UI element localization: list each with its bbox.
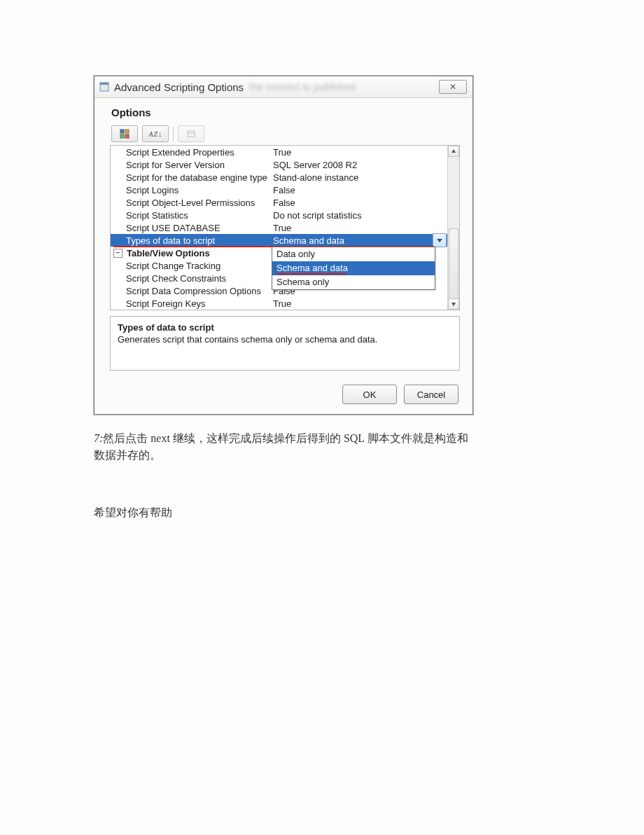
property-row[interactable]: Script Foreign KeysTrue [111,297,459,310]
window-title: Advanced Scripting Options [114,81,244,93]
close-icon: ✕ [449,82,456,92]
property-row[interactable]: Script USE DATABASETrue [111,221,459,234]
svg-marker-9 [451,149,456,153]
property-label: Script for the database engine type [126,172,273,184]
property-label: Script Logins [126,184,273,196]
property-label: Script for Server Version [126,159,273,171]
description-title: Types of data to script [118,322,452,333]
property-value: True [273,146,447,158]
scrollbar-vertical[interactable] [447,146,459,310]
dropdown-option[interactable]: Schema only [272,275,435,289]
property-pages-button[interactable] [178,125,204,142]
svg-rect-6 [188,131,195,137]
property-label: Script Object-Level Permissions [126,197,273,209]
property-value: Do not script statistics [273,209,447,221]
category-label: Table/View Options [127,248,210,258]
ok-button[interactable]: OK [342,385,397,404]
toolbar-separator [173,127,174,141]
property-value: False [273,184,447,196]
property-row[interactable]: Script for the database engine typeStand… [111,171,459,184]
svg-rect-5 [125,134,129,138]
svg-rect-2 [120,130,124,133]
cancel-button[interactable]: Cancel [404,385,458,404]
scroll-thumb[interactable] [449,228,458,305]
dropdown-option-selected[interactable]: Schema and data [272,261,435,275]
property-row[interactable]: Script for Server VersionSQL Server 2008… [111,158,459,171]
scroll-up-arrow-icon[interactable] [448,146,459,157]
property-label: Script Foreign Keys [126,298,273,310]
property-row[interactable]: Script Object-Level PermissionsFalse [111,196,459,209]
svg-marker-10 [451,303,456,306]
annotation-underline [276,273,346,275]
property-row[interactable]: Script LoginsFalse [111,184,459,196]
svg-rect-4 [120,134,124,138]
scroll-down-arrow-icon[interactable] [448,298,459,310]
property-grid: Script Extended PropertiesTrueScript for… [110,145,460,310]
options-header: Options [111,106,460,118]
property-value: Stand-alone instance [273,172,447,184]
categorized-button[interactable] [111,125,138,142]
property-value: SQL Server 2008 R2 [273,159,447,171]
property-value: True [273,222,447,234]
property-label: Script USE DATABASE [126,222,273,234]
dropdown-option[interactable]: Data only [272,247,435,261]
property-label: Types of data to script [126,235,273,247]
document-paragraph: 7:然后点击 next 继续，这样完成后续操作后得到的 SQL 脚本文件就是构造… [94,430,472,464]
property-row[interactable]: Script StatisticsDo not script statistic… [111,209,459,221]
svg-rect-3 [125,130,129,133]
property-value: Schema and data [273,235,447,247]
close-button[interactable]: ✕ [439,80,467,94]
property-description-panel: Types of data to script Generates script… [110,316,460,371]
description-text: Generates script that contains schema on… [118,334,452,345]
doc-paragraph-text: 然后点击 next 继续，这样完成后续操作后得到的 SQL 脚本文件就是构造和数… [94,432,468,461]
advanced-scripting-options-dialog: Advanced Scripting Options the connect t… [94,76,473,415]
property-value: True [273,298,447,310]
dialog-icon [99,81,110,92]
property-grid-toolbar: AZ↓ [111,125,460,142]
titlebar[interactable]: Advanced Scripting Options the connect t… [94,76,472,98]
document-closing: 希望对你有帮助 [94,506,472,520]
property-label: Script Check Constraints [126,272,273,284]
property-label: Script Extended Properties [126,146,273,158]
alphabetical-sort-button[interactable]: AZ↓ [142,125,169,142]
types-of-data-dropdown-list[interactable]: Data onlySchema and dataSchema only [272,247,435,290]
property-row[interactable]: Script Extended PropertiesTrue [111,146,459,158]
property-label: Script Data Compression Options [126,285,273,297]
property-label: Script Change Tracking [126,260,273,272]
svg-rect-1 [100,83,108,85]
svg-marker-8 [437,239,442,242]
property-label: Script Statistics [126,209,273,221]
property-row-selected[interactable]: Types of data to scriptSchema and data [111,234,459,247]
window-subtitle-blurred: the connect to published [249,81,356,92]
step-number: 7: [94,432,103,444]
dropdown-arrow-icon[interactable] [433,233,447,247]
collapse-toggle-icon[interactable]: − [113,249,122,258]
property-value: False [273,197,447,209]
